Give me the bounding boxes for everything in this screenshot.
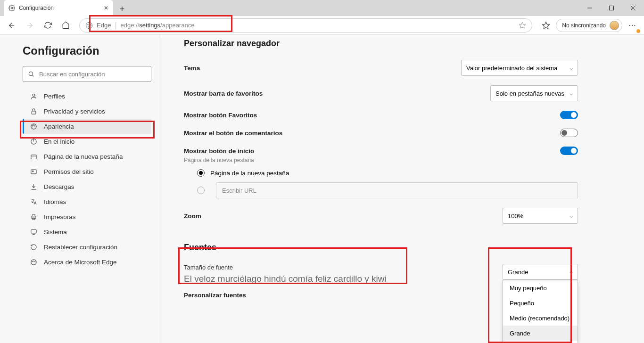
language-icon <box>30 198 37 205</box>
comments-label: Mostrar el botón de comentarios <box>184 130 282 137</box>
titlebar: Configuración ✕ + <box>0 0 644 16</box>
close-window-button[interactable] <box>622 0 644 16</box>
settings-main: Personalizar navegador Tema Valor predet… <box>159 35 644 343</box>
printer-icon <box>30 213 37 220</box>
address-bar[interactable]: Edge | edge://settings/appearance <box>79 18 532 33</box>
dropdown-item[interactable]: Muy grande <box>503 341 578 343</box>
svg-rect-22 <box>32 171 33 172</box>
svg-point-0 <box>11 7 13 9</box>
svg-rect-25 <box>33 218 35 220</box>
svg-rect-21 <box>31 170 36 174</box>
svg-rect-19 <box>31 155 36 159</box>
chevron-down-icon: ⌵ <box>570 212 573 219</box>
section-heading-fonts: Fuentes <box>184 243 578 253</box>
svg-rect-2 <box>610 6 614 10</box>
home-toggle[interactable] <box>560 147 578 155</box>
chevron-down-icon: ⌵ <box>570 65 573 71</box>
svg-marker-6 <box>520 22 526 28</box>
reset-icon <box>30 244 37 251</box>
favbtn-toggle[interactable] <box>560 111 578 119</box>
sidebar-item-about[interactable]: Acerca de Microsoft Edge <box>23 254 151 270</box>
favbar-select[interactable]: Solo en pestañas nuevas⌵ <box>490 85 578 101</box>
alert-dot-icon <box>636 29 640 33</box>
sync-label: No sincronizando <box>562 22 606 29</box>
home-option-url[interactable]: Escribir URL <box>197 182 578 198</box>
favorites-button[interactable] <box>538 18 554 33</box>
new-tab-button[interactable]: + <box>115 2 129 16</box>
lock-icon <box>30 108 37 115</box>
window-controls <box>579 0 644 16</box>
system-icon <box>30 229 37 236</box>
refresh-button[interactable] <box>40 18 56 33</box>
dropdown-item[interactable]: Grande <box>503 326 578 341</box>
favbar-label: Mostrar barra de favoritos <box>184 90 263 97</box>
customfonts-label: Personalizar fuentes <box>184 292 246 299</box>
sidebar-item-privacy[interactable]: Privacidad y servicios <box>23 104 151 119</box>
fontsize-select[interactable]: Grande⌵ <box>503 264 578 280</box>
sidebar-item-newtab[interactable]: Página de la nueva pestaña <box>23 149 151 164</box>
sidebar-item-system[interactable]: Sistema <box>23 224 151 239</box>
svg-rect-26 <box>31 229 36 233</box>
content: Configuración Perfiles Privacidad y serv… <box>0 35 644 343</box>
search-input[interactable] <box>39 71 146 78</box>
settings-search[interactable] <box>23 66 151 82</box>
edge-icon <box>30 259 37 266</box>
svg-point-14 <box>32 125 33 126</box>
search-icon <box>28 71 34 77</box>
sidebar-item-downloads[interactable]: Descargas <box>23 179 151 194</box>
sidebar-item-permissions[interactable]: Permisos del sitio <box>23 164 151 179</box>
svg-point-15 <box>33 124 33 125</box>
toolbar: Edge | edge://settings/appearance No sin… <box>0 16 644 35</box>
download-icon <box>30 183 37 190</box>
radio-unchecked-icon <box>197 187 205 194</box>
zoom-select[interactable]: 100%⌵ <box>503 208 578 224</box>
edge-icon <box>85 22 93 29</box>
home-option-newtab[interactable]: Página de la nueva pestaña <box>197 169 578 177</box>
dropdown-item[interactable]: Pequeño <box>503 295 578 310</box>
shield-icon <box>30 168 37 175</box>
fontsize-preview: El veloz murciélago hindú comía feliz ca… <box>184 274 387 284</box>
sidebar-item-printers[interactable]: Impresoras <box>23 209 151 224</box>
chevron-down-icon: ⌵ <box>570 90 573 97</box>
sidebar-item-onstartup[interactable]: En el inicio <box>23 134 151 149</box>
back-button[interactable] <box>4 18 20 33</box>
addr-label: Edge <box>97 22 111 29</box>
close-tab-icon[interactable]: ✕ <box>104 5 108 11</box>
radio-checked-icon <box>197 169 205 177</box>
svg-rect-24 <box>33 214 35 216</box>
more-button[interactable]: ⋯ <box>624 18 640 33</box>
dropdown-item[interactable]: Medio (recomendado) <box>503 310 578 326</box>
home-sublabel: Página de la nueva pestaña <box>184 157 578 163</box>
power-icon <box>30 138 37 145</box>
favorite-icon[interactable] <box>519 22 526 29</box>
forward-button[interactable] <box>22 18 38 33</box>
sidebar-item-reset[interactable]: Restablecer configuración <box>23 239 151 254</box>
profile-sync-button[interactable]: No sincronizando <box>556 19 622 32</box>
minimize-button[interactable] <box>579 0 601 16</box>
svg-rect-12 <box>32 111 36 114</box>
comments-toggle[interactable] <box>560 129 578 137</box>
gear-icon <box>8 5 15 11</box>
sidebar-item-profiles[interactable]: Perfiles <box>23 89 151 104</box>
theme-select[interactable]: Valor predeterminado del sistema⌵ <box>461 60 578 76</box>
favbtn-label: Mostrar botón Favoritos <box>184 112 257 119</box>
fontsize-label: Tamaño de fuente <box>184 264 387 271</box>
browser-tab[interactable]: Configuración ✕ <box>4 0 113 16</box>
addr-url: edge://settings/appearance <box>121 22 195 29</box>
svg-marker-7 <box>543 22 550 28</box>
home-button[interactable] <box>58 18 74 33</box>
fontsize-dropdown: Muy pequeño Pequeño Medio (recomendado) … <box>503 280 578 343</box>
maximize-button[interactable] <box>601 0 622 16</box>
tab-icon <box>30 153 37 160</box>
theme-label: Tema <box>184 65 200 72</box>
home-url-input[interactable]: Escribir URL <box>216 182 578 198</box>
dropdown-item[interactable]: Muy pequeño <box>503 280 578 295</box>
svg-point-16 <box>34 125 35 126</box>
tab-title: Configuración <box>19 5 54 11</box>
chevron-down-icon: ⌵ <box>570 269 573 275</box>
sidebar-item-languages[interactable]: Idiomas <box>23 194 151 209</box>
sidebar-item-appearance[interactable]: Apariencia <box>23 119 151 134</box>
svg-point-11 <box>33 94 35 96</box>
svg-line-10 <box>32 75 33 76</box>
sidebar-title: Configuración <box>23 44 151 57</box>
